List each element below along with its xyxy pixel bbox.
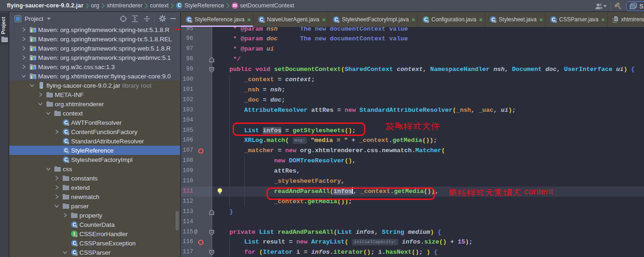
svg-text:I: I [74, 231, 75, 237]
